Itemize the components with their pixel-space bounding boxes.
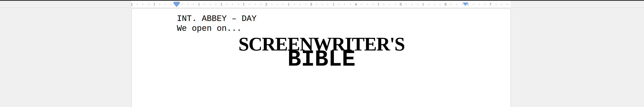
ruler-tick [451,4,451,5]
ruler-tick [389,4,390,5]
ruler-tick [210,4,211,5]
ruler-tick [384,4,384,5]
ruler-tick [350,4,351,5]
ruler-tick [193,4,194,5]
ruler-inch-label: 6 [445,2,447,7]
ruler-tick [171,4,171,5]
scene-heading-line[interactable]: INT. ABBEY – DAY [177,15,257,23]
ruler-tick [165,4,166,5]
ruler-tick [339,4,339,5]
ruler-tick [204,4,205,5]
ruler-tick [255,4,255,5]
ruler-tick [227,4,227,5]
ruler-inch-label: 2 [265,2,267,7]
ruler-tick [496,4,496,5]
ruler-inch-label: 7 [489,2,491,7]
ruler-tick [412,4,412,5]
ruler-tick [199,3,199,6]
ruler-tick [182,4,182,5]
ruler-tick [277,4,278,5]
ruler-tick [428,4,429,5]
ruler-tick [300,4,300,5]
right-indent-marker[interactable] [463,3,468,6]
ruler-tick [479,4,479,5]
ruler-page-band [132,1,511,8]
ruler-tick [283,4,283,5]
ruler-tick [289,3,289,6]
ruler-tick [440,4,440,5]
document-canvas: INT. ABBEY – DAY We open on... SCREENWRI… [0,8,644,107]
ruler-tick [238,4,238,5]
ruler-tick [378,3,379,6]
ruler-tick [361,4,362,5]
ruler-tick [395,4,395,5]
ruler-tick [148,4,149,5]
ruler-tick [468,3,468,6]
ruler-tick [462,4,463,5]
ruler-tick [473,4,474,5]
ruler-tick [316,4,317,5]
ruler-tick [249,4,250,5]
ruler-tick [328,4,328,5]
ruler-tick [159,4,160,5]
ruler-tick [143,4,143,5]
ruler-tick [373,4,373,5]
ruler-inch-label: 5 [400,2,402,7]
ruler-tick [244,3,244,6]
ruler-tick [507,4,507,5]
ruler-tick [216,4,216,5]
ruler-inch-label: 3 [310,2,312,7]
horizontal-ruler[interactable]: 11234567 [0,1,644,8]
ruler-inch-label: 4 [355,2,357,7]
ruler-tick [344,4,345,5]
ruler-tick [188,4,188,5]
ruler-tick [294,4,295,5]
docs-editor-viewport: 11234567 INT. ABBEY – DAY We open on... … [0,0,644,107]
ruler-tick [272,4,272,5]
ruler-tick [417,4,418,5]
ruler-tick [485,4,485,5]
ruler-tick [322,4,323,5]
action-line[interactable]: We open on... [177,24,242,33]
ruler-tick [305,4,306,5]
ruler-inch-label: 1 [220,2,222,7]
ruler-tick [260,4,261,5]
ruler-tick [367,4,367,5]
right-indent-triangle-icon [463,3,468,6]
document-page[interactable]: INT. ABBEY – DAY We open on... SCREENWRI… [132,9,511,107]
ruler-tick [501,4,502,5]
title-line-2[interactable]: BIBLE [177,48,466,71]
ruler-tick [137,4,138,5]
ruler-tick [333,3,334,6]
ruler-tick [176,3,177,6]
ruler-tick [457,4,457,5]
ruler-tick [232,4,233,5]
ruler-tick [423,3,423,6]
ruler-tick [154,3,154,6]
ruler-inch-label: 1 [131,2,133,7]
ruler-tick [434,4,435,5]
ruler-tick [406,4,407,5]
